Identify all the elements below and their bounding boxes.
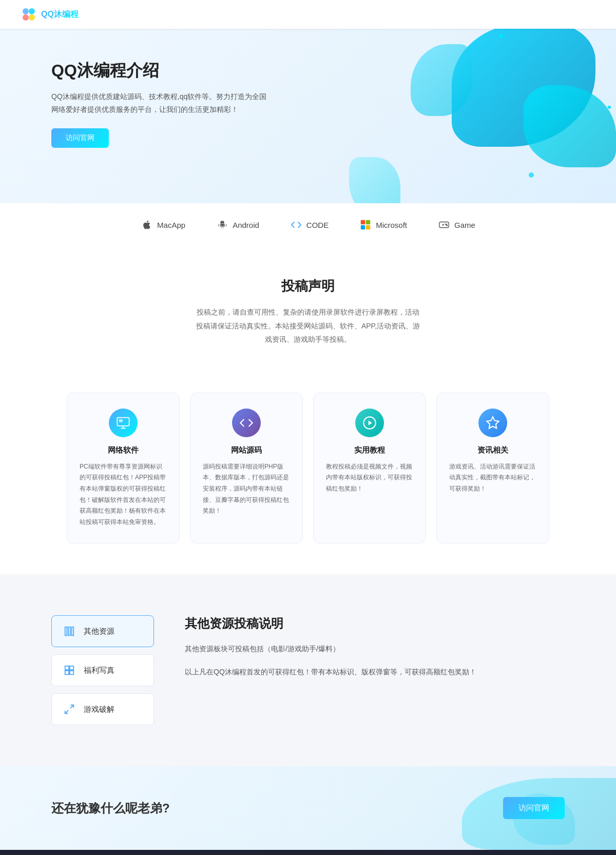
platform-android-label: Android bbox=[233, 221, 259, 229]
card-tutorial-icon-wrap bbox=[355, 409, 384, 437]
code-icon bbox=[290, 219, 302, 231]
platform-code[interactable]: CODE bbox=[290, 219, 329, 231]
hero-description: QQ沐编程提供优质建站源码、技术教程,qq软件等。努力打造为全国网络爱好者提供优… bbox=[51, 90, 267, 116]
hero-content: QQ沐编程介绍 QQ沐编程提供优质建站源码、技术教程,qq软件等。努力打造为全国… bbox=[51, 60, 267, 148]
card-tutorial: 实用教程 教程投稿必须是视频文件，视频内带有本站版权标识，可获得投稿红包奖励！ bbox=[313, 393, 426, 544]
dot-decoration-2 bbox=[608, 106, 611, 109]
card-tutorial-icon bbox=[355, 409, 384, 437]
svg-rect-22 bbox=[72, 627, 74, 636]
card-tutorial-title: 实用教程 bbox=[326, 445, 413, 455]
microsoft-icon bbox=[359, 219, 372, 231]
game-icon bbox=[438, 219, 450, 231]
svg-point-2 bbox=[23, 14, 29, 21]
card-software-title: 网络软件 bbox=[80, 445, 167, 455]
submission-description: 投稿之前，请自查可用性、复杂的请使用录屏软件进行录屏教程，活动投稿请保证活动真实… bbox=[195, 305, 421, 346]
card-sourcecode-text: 源码投稿需要详细说明PHP版本、数据库版本，打包源码还是安装程序，源码内带有本站… bbox=[203, 461, 290, 517]
section-separator bbox=[0, 574, 616, 585]
other-resources-content: 其他资源投稿说明 其他资源板块可投稿包括（电影/游戏助手/爆料） 以上凡在QQ沐… bbox=[185, 615, 565, 678]
card-sourcecode-title: 网站源码 bbox=[203, 445, 290, 455]
svg-line-28 bbox=[65, 710, 68, 713]
platform-bar: MacApp Android CODE Microsoft bbox=[0, 203, 616, 246]
bars-icon bbox=[62, 624, 76, 638]
card-software-icon bbox=[109, 409, 138, 437]
tab-other-resources-label: 其他资源 bbox=[84, 627, 114, 636]
dot-decoration-1 bbox=[499, 34, 503, 38]
submission-section: 投稿声明 投稿之前，请自查可用性、复杂的请使用录屏软件进行录屏教程，活动投稿请保… bbox=[0, 246, 616, 372]
svg-rect-7 bbox=[366, 225, 370, 229]
svg-point-3 bbox=[29, 14, 35, 21]
section-separator-2 bbox=[0, 756, 616, 766]
logo-text: QQ沐编程 bbox=[41, 9, 79, 20]
cta-visit-button[interactable]: 访问官网 bbox=[503, 797, 565, 819]
platform-game-label: Game bbox=[454, 221, 475, 229]
hero-shape-2 bbox=[524, 85, 616, 167]
svg-point-0 bbox=[23, 8, 29, 14]
svg-rect-5 bbox=[366, 220, 370, 224]
svg-rect-13 bbox=[117, 417, 129, 425]
other-content-desc1: 其他资源板块可投稿包括（电影/游戏助手/爆料） bbox=[185, 642, 565, 656]
platform-microsoft-label: Microsoft bbox=[376, 221, 407, 229]
expand-icon bbox=[62, 702, 76, 716]
svg-rect-20 bbox=[65, 627, 67, 636]
other-content-title: 其他资源投稿说明 bbox=[185, 615, 565, 632]
svg-rect-25 bbox=[65, 671, 69, 674]
platform-game[interactable]: Game bbox=[438, 219, 475, 231]
footer: QQ沐编程 f t G © 2024 QQ沐编程 / henry DiZun -… bbox=[0, 850, 616, 855]
card-software: 网络软件 PC端软件带有尊享资源网标识的可获得投稿红包！APP投稿带有本站弹窗版… bbox=[67, 393, 180, 544]
svg-rect-16 bbox=[119, 419, 123, 422]
card-software-text: PC端软件带有尊享资源网标识的可获得投稿红包！APP投稿带有本站弹窗版权的可获得… bbox=[80, 461, 167, 528]
svg-line-27 bbox=[70, 705, 73, 708]
apple-icon bbox=[141, 219, 153, 231]
submission-title: 投稿声明 bbox=[21, 277, 595, 295]
svg-rect-21 bbox=[68, 627, 70, 636]
grid-icon bbox=[62, 663, 76, 677]
logo: QQ沐编程 bbox=[21, 6, 79, 23]
svg-rect-4 bbox=[361, 220, 365, 224]
other-tabs-list: 其他资源 福利写真 游戏破解 bbox=[51, 615, 154, 725]
svg-rect-24 bbox=[70, 666, 73, 670]
cta-text: 还在犹豫什么呢老弟? bbox=[51, 800, 170, 817]
other-content-desc2: 以上凡在QQ沐编程首发的可获得红包！带有本站标识、版权弹窗等，可获得高额红包奖励… bbox=[185, 665, 565, 679]
card-sourcecode-icon-wrap bbox=[232, 409, 261, 437]
card-news-title: 资讯相关 bbox=[449, 445, 536, 455]
platform-android[interactable]: Android bbox=[216, 219, 259, 231]
card-news-icon bbox=[478, 409, 507, 437]
platform-macapp[interactable]: MacApp bbox=[141, 219, 185, 231]
tab-other-resources[interactable]: 其他资源 bbox=[51, 615, 154, 647]
card-tutorial-text: 教程投稿必须是视频文件，视频内带有本站版权标识，可获得投稿红包奖励！ bbox=[326, 461, 413, 495]
svg-point-12 bbox=[447, 225, 448, 226]
svg-rect-23 bbox=[65, 666, 69, 670]
header: QQ沐编程 bbox=[0, 0, 616, 29]
card-software-icon-wrap bbox=[109, 409, 138, 437]
hero-section: QQ沐编程介绍 QQ沐编程提供优质建站源码、技术教程,qq软件等。努力打造为全国… bbox=[0, 29, 616, 203]
card-news-text: 游戏资讯、活动游讯需要保证活动真实性，截图带有本站标记，可获得奖励！ bbox=[449, 461, 536, 495]
card-news-icon-wrap bbox=[478, 409, 507, 437]
svg-point-11 bbox=[446, 224, 447, 225]
hero-shape-3 bbox=[411, 44, 472, 116]
svg-marker-18 bbox=[369, 420, 372, 425]
tab-welfare[interactable]: 福利写真 bbox=[51, 654, 154, 686]
svg-rect-6 bbox=[361, 225, 365, 229]
android-icon bbox=[216, 219, 228, 231]
cards-row: 网络软件 PC端软件带有尊享资源网标识的可获得投稿红包！APP投稿带有本站弹窗版… bbox=[0, 372, 616, 575]
tab-game-crack[interactable]: 游戏破解 bbox=[51, 693, 154, 725]
svg-point-1 bbox=[29, 8, 35, 14]
hero-decoration bbox=[359, 29, 616, 203]
platform-macapp-label: MacApp bbox=[157, 221, 185, 229]
cta-section: 还在犹豫什么呢老弟? 访问官网 bbox=[0, 766, 616, 850]
hero-title: QQ沐编程介绍 bbox=[51, 60, 267, 82]
hero-visit-button[interactable]: 访问官网 bbox=[51, 128, 109, 148]
dot-decoration-3 bbox=[529, 172, 534, 178]
svg-marker-19 bbox=[487, 417, 498, 428]
tab-game-crack-label: 游戏破解 bbox=[84, 705, 114, 714]
svg-rect-26 bbox=[70, 671, 73, 674]
card-sourcecode-icon bbox=[232, 409, 261, 437]
platform-microsoft[interactable]: Microsoft bbox=[359, 219, 407, 231]
card-news: 资讯相关 游戏资讯、活动游讯需要保证活动真实性，截图带有本站标记，可获得奖励！ bbox=[436, 393, 549, 544]
platform-code-label: CODE bbox=[306, 221, 329, 229]
logo-icon bbox=[21, 6, 37, 23]
card-sourcecode: 网站源码 源码投稿需要详细说明PHP版本、数据库版本，打包源码还是安装程序，源码… bbox=[190, 393, 303, 544]
other-resources-section: 其他资源 福利写真 游戏破解 其他资源投稿说明 其他资源板块可 bbox=[0, 585, 616, 756]
hero-shape-4 bbox=[349, 157, 400, 203]
tab-welfare-label: 福利写真 bbox=[84, 666, 114, 675]
